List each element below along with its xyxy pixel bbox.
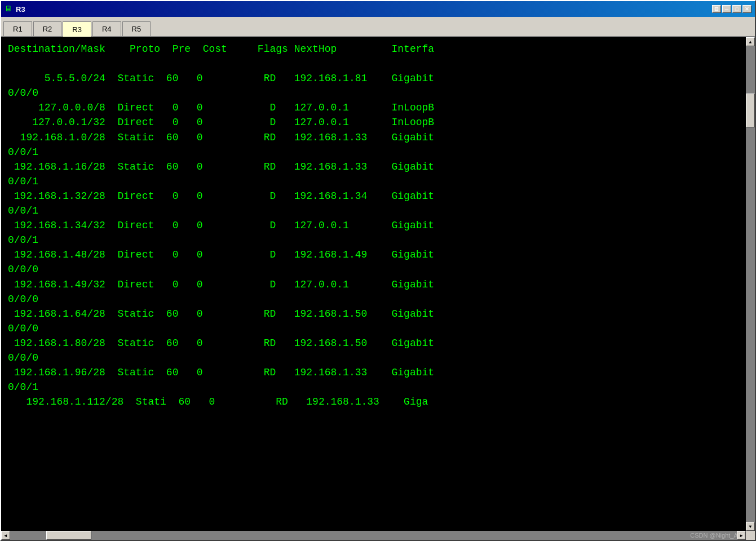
- close-button[interactable]: ✕: [742, 5, 751, 13]
- vertical-scrollbar: ▲ ▼: [746, 37, 755, 531]
- maximize-button[interactable]: □: [732, 5, 741, 13]
- scrollbar-corner: [746, 531, 755, 540]
- scroll-left-button[interactable]: ◄: [1, 531, 10, 540]
- tab-r3[interactable]: R3: [63, 21, 91, 37]
- terminal-output[interactable]: Destination/Mask Proto Pre Cost Flags Ne…: [1, 37, 746, 531]
- horizontal-scrollbar-row: ◄ ►: [1, 531, 755, 540]
- scroll-track-vertical[interactable]: [746, 46, 755, 522]
- watermark: CSDN @Night_A11: [690, 532, 745, 539]
- window-title: R3: [16, 5, 25, 14]
- scroll-track-horizontal[interactable]: [10, 531, 737, 540]
- restore-button[interactable]: ⊟: [712, 5, 721, 13]
- app-icon: 🖥: [5, 5, 12, 14]
- scroll-down-button[interactable]: ▼: [746, 522, 755, 531]
- scroll-thumb-vertical[interactable]: [746, 94, 755, 127]
- scroll-up-button[interactable]: ▲: [746, 37, 755, 46]
- title-bar-buttons: ⊟ ─ □ ✕: [712, 5, 751, 13]
- title-bar: 🖥 R3 ⊟ ─ □ ✕: [1, 1, 755, 17]
- minimize-button[interactable]: ─: [722, 5, 731, 13]
- tab-r4[interactable]: R4: [92, 21, 121, 36]
- title-bar-left: 🖥 R3: [5, 5, 25, 14]
- terminal-container: Destination/Mask Proto Pre Cost Flags Ne…: [1, 37, 755, 531]
- main-window: 🖥 R3 ⊟ ─ □ ✕ R1 R2 R3 R4 R5 Destination/…: [0, 0, 756, 541]
- tab-r2[interactable]: R2: [33, 21, 62, 36]
- tabs-bar: R1 R2 R3 R4 R5: [1, 17, 755, 37]
- tab-r5[interactable]: R5: [122, 21, 151, 36]
- scroll-thumb-horizontal[interactable]: [46, 531, 91, 540]
- tab-r1[interactable]: R1: [3, 21, 32, 36]
